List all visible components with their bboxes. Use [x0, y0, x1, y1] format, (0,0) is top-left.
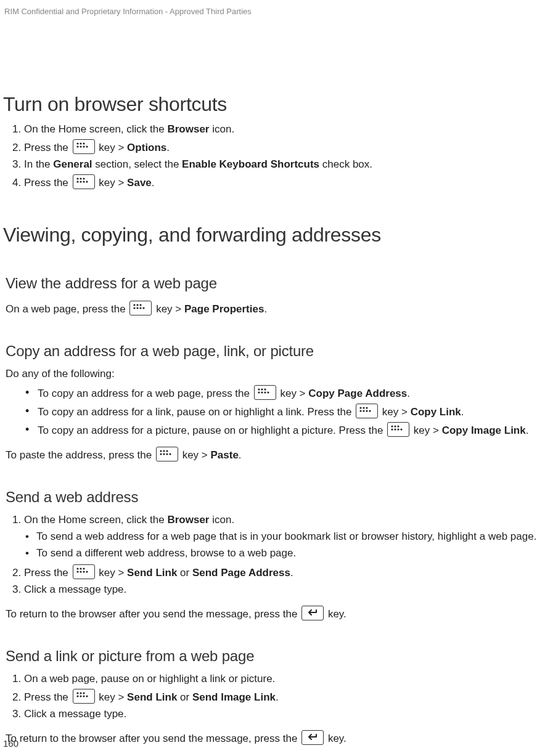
text: To copy an address for a web page, press…: [38, 388, 253, 399]
sub-bullet-list: To send a web address for a web page tha…: [24, 529, 542, 562]
paragraph: To paste the address, press the key > Pa…: [6, 447, 542, 463]
menu-key-icon: [356, 404, 378, 418]
svg-point-45: [160, 453, 162, 455]
bold-text: Enable Keyboard Shortcuts: [182, 158, 319, 170]
menu-key-icon: [387, 422, 409, 437]
svg-point-42: [160, 450, 162, 452]
menu-key-icon: [129, 301, 152, 315]
list-item: To copy an address for a link, pause on …: [38, 402, 542, 421]
text: To paste the address, press the: [6, 449, 155, 461]
text: .: [264, 303, 267, 315]
bold-text: Send Link: [127, 567, 177, 579]
bold-text: Copy Image Link: [442, 425, 526, 436]
svg-point-7: [76, 177, 78, 179]
bold-text: Save: [127, 177, 152, 189]
text: key.: [325, 733, 346, 744]
svg-point-16: [140, 304, 142, 306]
heading-send-web-address: Send a web address: [6, 487, 542, 507]
bold-text: General: [53, 158, 92, 170]
svg-point-4: [80, 145, 81, 147]
steps-send-address: On the Home screen, click the Browser ic…: [3, 512, 542, 598]
svg-point-55: [86, 571, 88, 573]
bold-text: Browser: [167, 514, 209, 526]
svg-point-22: [261, 389, 263, 391]
heading-view-address: View the address for a web page: [6, 274, 542, 293]
step-item: On the Home screen, click the Browser ic…: [24, 121, 542, 138]
svg-point-29: [363, 407, 364, 409]
svg-point-10: [76, 181, 78, 182]
bold-text: Copy Page Address: [308, 388, 407, 399]
step-item: Press the key > Send Link or Send Image …: [24, 688, 542, 706]
text: check box.: [319, 158, 372, 170]
list-item: To send a different web address, browse …: [36, 545, 542, 562]
text: or: [177, 691, 192, 703]
back-key-icon: [301, 730, 324, 745]
text: Press the: [24, 177, 72, 189]
svg-point-47: [166, 453, 168, 455]
list-item: To copy an address for a picture, pause …: [38, 421, 542, 439]
svg-point-40: [398, 429, 400, 431]
svg-point-60: [80, 696, 81, 697]
svg-point-26: [264, 392, 266, 394]
text: .: [239, 449, 242, 461]
page-number: 160: [3, 738, 18, 750]
text: key.: [325, 608, 346, 620]
text: section, select the: [92, 158, 182, 170]
bold-text: Send Link: [127, 691, 177, 703]
svg-point-35: [391, 426, 393, 428]
menu-key-icon: [73, 689, 95, 704]
svg-point-13: [86, 181, 88, 182]
svg-point-50: [80, 568, 81, 570]
list-item: To copy an address for a web page, press…: [38, 384, 542, 402]
step-item: On the Home screen, click the Browser ic…: [24, 512, 542, 563]
text: To copy an address for a picture, pause …: [38, 425, 386, 436]
text: .: [461, 406, 464, 418]
heading-copy-address: Copy an address for a web page, link, or…: [6, 341, 542, 361]
bold-text: Options: [127, 142, 166, 153]
list-item: To send a web address for a web page tha…: [36, 529, 542, 545]
svg-point-18: [137, 307, 139, 309]
heading-viewing-copying-forwarding: Viewing, copying, and forwarding address…: [3, 222, 542, 248]
bold-text: Send Page Address: [192, 567, 290, 579]
step-item: Press the key > Send Link or Send Page A…: [24, 563, 542, 582]
svg-point-33: [366, 410, 367, 412]
confidential-header: RIM Confidential and Proprietary Informa…: [3, 6, 542, 17]
bold-text: Browser: [167, 123, 209, 135]
step-item: Click a message type.: [24, 706, 542, 723]
text: .: [166, 142, 170, 153]
bold-text: Paste: [210, 449, 238, 461]
svg-point-0: [76, 142, 78, 144]
bold-text: Send Image Link: [192, 691, 276, 703]
text: To return to the browser after you send …: [6, 733, 300, 744]
text: On a web page, press the: [6, 303, 128, 315]
svg-point-15: [137, 304, 139, 306]
text: To copy an address for a link, pause on …: [38, 406, 354, 418]
svg-point-59: [76, 696, 78, 697]
svg-point-52: [76, 571, 78, 573]
paragraph: On a web page, press the key > Page Prop…: [6, 301, 542, 317]
menu-key-icon: [73, 174, 95, 189]
svg-point-53: [80, 571, 81, 573]
bullet-list: To copy an address for a web page, press…: [3, 384, 542, 439]
svg-point-9: [83, 177, 84, 179]
svg-point-8: [80, 177, 81, 179]
bold-text: Page Properties: [184, 303, 264, 315]
svg-point-56: [76, 693, 78, 694]
svg-point-62: [86, 696, 88, 697]
text: icon.: [209, 123, 234, 135]
svg-point-39: [395, 429, 396, 431]
svg-point-19: [140, 307, 142, 309]
text: key >: [96, 142, 128, 153]
text: Press the: [24, 691, 72, 703]
text: key >: [153, 303, 184, 315]
text: key >: [379, 406, 411, 418]
svg-point-44: [166, 450, 168, 452]
svg-point-25: [261, 392, 263, 394]
svg-point-31: [359, 410, 361, 412]
svg-point-38: [391, 429, 393, 431]
text: or: [177, 567, 192, 579]
paragraph: To return to the browser after you send …: [6, 606, 542, 622]
step-item: Press the key > Options.: [24, 138, 542, 156]
svg-point-24: [258, 392, 260, 394]
lead-text: Do any of the following:: [6, 367, 542, 381]
